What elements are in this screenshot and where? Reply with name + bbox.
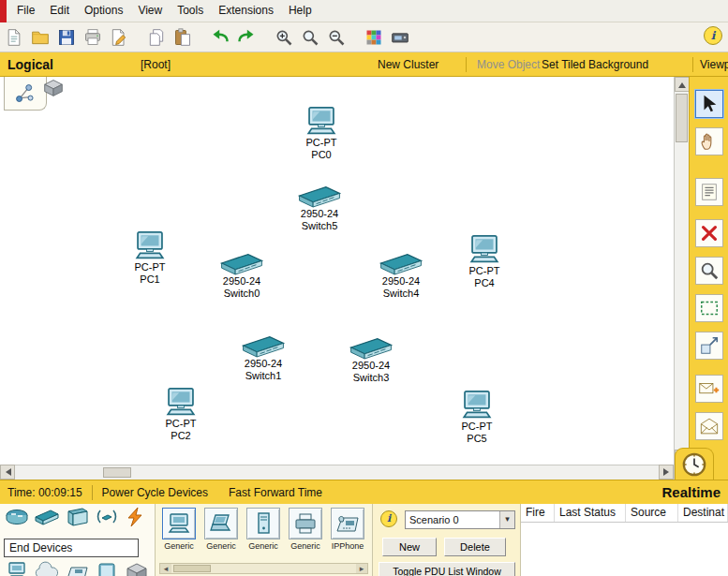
scenario-info-button[interactable]: i [380, 510, 397, 527]
routers-icon [4, 507, 30, 527]
horizontal-scroll-thumb[interactable] [103, 467, 131, 478]
simulation-time: Time: 00:09:15 [7, 486, 82, 499]
cluster-icon [14, 82, 37, 105]
back-device-icon[interactable] [41, 77, 66, 99]
device-switch1[interactable]: 2950-24Switch1 [226, 333, 301, 382]
category-wireless-devices-button[interactable] [94, 506, 120, 528]
move-layout-tool-button[interactable] [695, 127, 723, 155]
palette-item-laptop[interactable]: Generic [203, 508, 239, 552]
delete-tool-button[interactable] [695, 219, 723, 247]
device-pc5[interactable]: PC-PTPC5 [439, 390, 514, 445]
category-connections-button[interactable] [124, 506, 150, 528]
zoom-out-button[interactable] [324, 25, 349, 50]
edit-icon [110, 28, 128, 47]
device-pc1[interactable]: PC-PTPC1 [112, 230, 187, 286]
device-switch5[interactable]: 2950-24Switch5 [282, 184, 357, 232]
add-simple-pdu-tool-button[interactable] [695, 375, 723, 403]
fast-forward-time-button[interactable]: Fast Forward Time [229, 486, 322, 499]
device-switch0[interactable]: 2950-24Switch0 [204, 251, 279, 300]
print-button[interactable] [81, 25, 105, 50]
menu-extensions[interactable]: Extensions [211, 0, 281, 22]
device-switch3[interactable]: 2950-24Switch3 [334, 335, 409, 384]
realtime-mode-tab[interactable] [675, 448, 714, 480]
category-routers-button[interactable] [4, 506, 30, 528]
category-phones-button[interactable] [64, 560, 90, 576]
palette-item-server[interactable]: Generic [245, 508, 281, 552]
menu-help[interactable]: Help [281, 0, 319, 22]
printer-icon [293, 512, 318, 535]
menu-view[interactable]: View [130, 0, 170, 22]
custom-device-button[interactable] [388, 25, 412, 50]
add-complex-pdu-tool-button[interactable] [695, 412, 723, 440]
menu-edit[interactable]: Edit [42, 0, 77, 22]
canvas-horizontal-scrollbar[interactable] [0, 465, 674, 480]
category-tablets-button[interactable] [94, 560, 120, 576]
category-hubs-button[interactable] [64, 506, 90, 528]
undo-button[interactable] [208, 25, 232, 50]
zoom-in-button[interactable] [272, 25, 296, 50]
device-switch4[interactable]: 2950-24Switch4 [364, 251, 438, 300]
device-model-label: PC-PT [284, 137, 359, 149]
set-tiled-background-button[interactable]: Set Tiled Background [542, 52, 648, 77]
switches-icon [34, 507, 60, 527]
logical-workspace-canvas[interactable]: PC-PTPC02950-24Switch5PC-PTPC12950-24Swi… [0, 77, 674, 465]
vertical-scroll-thumb[interactable] [676, 94, 688, 142]
palette-item-pc[interactable]: Generic [161, 508, 197, 552]
info-button[interactable]: i [704, 26, 722, 45]
connections-icon [124, 507, 150, 527]
device-pc2[interactable]: PC-PTPC2 [143, 387, 218, 442]
category-row-2 [4, 560, 150, 576]
menu-options[interactable]: Options [77, 0, 130, 22]
end-devices-icon [4, 561, 30, 576]
new-button[interactable] [2, 25, 26, 50]
menu-tools[interactable]: Tools [170, 0, 211, 22]
scroll-up-button[interactable] [675, 77, 690, 92]
select-icon [699, 94, 720, 114]
copy-button[interactable] [144, 25, 169, 50]
divider [692, 57, 693, 72]
new-scenario-button[interactable]: New [382, 538, 437, 556]
device-pc0[interactable]: PC-PTPC0 [284, 106, 359, 161]
category-custom-button[interactable] [124, 560, 150, 576]
pc-icon [459, 390, 495, 421]
place-note-tool-button[interactable] [695, 178, 723, 206]
palette-scrollbar[interactable]: ◂ ▸ [159, 563, 368, 574]
menu-file[interactable]: File [9, 0, 42, 22]
canvas-vertical-scrollbar[interactable] [674, 77, 689, 465]
new-cluster-button[interactable]: New Cluster [378, 52, 438, 77]
switch-icon [219, 251, 264, 275]
paste-button[interactable] [171, 25, 195, 50]
viewport-button[interactable]: Viewport [700, 52, 728, 77]
select-tool-button[interactable] [695, 90, 723, 118]
scenario-select[interactable]: Scenario 0 ▾ [405, 510, 515, 529]
zoom-reset-button[interactable] [298, 25, 322, 50]
palette-scroll-thumb[interactable] [173, 565, 211, 572]
resize-shape-tool-button[interactable] [695, 332, 723, 360]
palette-button[interactable] [362, 25, 386, 50]
delete-scenario-button[interactable]: Delete [444, 538, 506, 556]
palette-scroll-left[interactable]: ◂ [160, 564, 171, 573]
redo-button[interactable] [234, 25, 259, 50]
category-emulation-button[interactable] [34, 560, 60, 576]
palette-item-printer[interactable]: Generic [288, 508, 323, 552]
device-pc4[interactable]: PC-PTPC4 [447, 234, 522, 289]
scroll-left-button[interactable] [0, 465, 15, 480]
move-object-button[interactable]: Move Object [477, 52, 540, 77]
palette-item-label: Generic [203, 541, 239, 552]
category-end-devices-button[interactable] [4, 560, 30, 576]
save-button[interactable] [54, 25, 79, 50]
palette-item-ipphone[interactable]: IPPhone [330, 508, 365, 552]
root-breadcrumb[interactable]: [Root] [141, 52, 171, 77]
category-switches-button[interactable] [34, 506, 60, 528]
open-button[interactable] [28, 25, 52, 50]
inspect-tool-button[interactable] [695, 257, 723, 285]
realtime-bar: Time: 00:09:15 Power Cycle Devices Fast … [0, 480, 728, 504]
power-cycle-devices-button[interactable]: Power Cycle Devices [102, 486, 208, 499]
scroll-right-button[interactable] [659, 465, 674, 480]
toggle-pdu-list-button[interactable]: Toggle PDU List Window [379, 562, 515, 576]
draw-polygon-tool-button[interactable] [695, 294, 723, 322]
logical-tab[interactable]: Logical [7, 52, 53, 77]
divider [92, 485, 93, 500]
edit-button[interactable] [107, 25, 131, 50]
palette-scroll-right[interactable]: ▸ [356, 564, 367, 573]
